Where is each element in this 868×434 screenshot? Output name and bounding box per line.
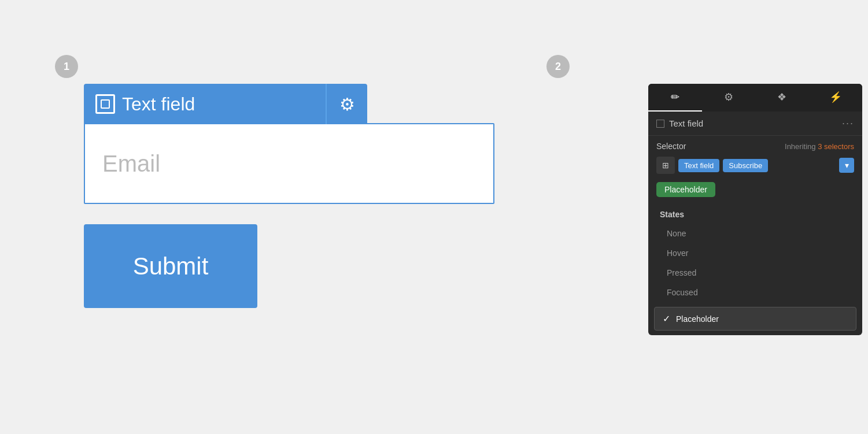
state-hover[interactable]: Hover	[648, 243, 862, 263]
selector-count[interactable]: 3 selectors	[818, 142, 854, 151]
component-icon	[95, 94, 115, 114]
component-header-left: Text field	[84, 84, 327, 124]
email-input-field[interactable]: Email	[84, 123, 494, 204]
step-badge-1: 1	[55, 55, 78, 78]
state-none[interactable]: None	[648, 224, 862, 243]
step-badge-2: 2	[546, 55, 570, 78]
tab-events[interactable]: ⚡	[809, 84, 863, 112]
selector-row: Selector Inheriting 3 selectors	[648, 136, 862, 154]
right-panel: ✏ ⚙ ❖ ⚡ Text field ··· Selector Inheriti…	[648, 84, 862, 335]
state-selected-label: Placeholder	[676, 314, 719, 324]
checkmark-icon: ✓	[663, 313, 670, 324]
gear-icon[interactable]: ⚙	[327, 84, 367, 124]
submit-button[interactable]: Submit	[84, 224, 257, 308]
selector-label: Selector	[656, 142, 686, 151]
tab-appearance[interactable]: ❖	[755, 84, 809, 112]
inheriting-label: Inheriting 3 selectors	[785, 142, 854, 151]
email-placeholder-text: Email	[102, 151, 160, 177]
selector-tags: ⊞ Text field Subscribe ▾	[648, 154, 862, 180]
state-placeholder-selected[interactable]: ✓ Placeholder	[654, 307, 856, 331]
state-pressed[interactable]: Pressed	[648, 263, 862, 283]
component-title: Text field	[122, 94, 195, 115]
text-field-checkbox[interactable]	[656, 120, 664, 128]
placeholder-badge-row: Placeholder	[648, 180, 862, 203]
state-focused[interactable]: Focused	[648, 283, 862, 302]
selector-tag-subscribe[interactable]: Subscribe	[723, 159, 768, 172]
panel-tabs: ✏ ⚙ ❖ ⚡	[648, 84, 862, 112]
states-title: States	[648, 207, 862, 224]
selector-tag-textfield[interactable]: Text field	[678, 159, 719, 172]
panel-header: Text field ···	[648, 112, 862, 136]
placeholder-badge[interactable]: Placeholder	[656, 182, 715, 197]
tab-style[interactable]: ✏	[648, 84, 702, 112]
selector-icon-button[interactable]: ⊞	[656, 157, 675, 174]
states-section: States None Hover Pressed Focused	[648, 203, 862, 305]
submit-label: Submit	[133, 253, 209, 280]
more-options-icon[interactable]: ···	[842, 117, 854, 129]
component-icon-inner	[101, 99, 110, 109]
component-header: Text field ⚙	[84, 84, 367, 124]
badge-2-label: 2	[555, 61, 561, 73]
canvas-area: Text field ⚙ Email Submit	[84, 84, 535, 308]
badge-1-label: 1	[64, 61, 69, 73]
tab-settings[interactable]: ⚙	[702, 84, 756, 112]
panel-header-title: Text field	[669, 118, 837, 128]
selector-dropdown-chevron[interactable]: ▾	[839, 158, 854, 173]
